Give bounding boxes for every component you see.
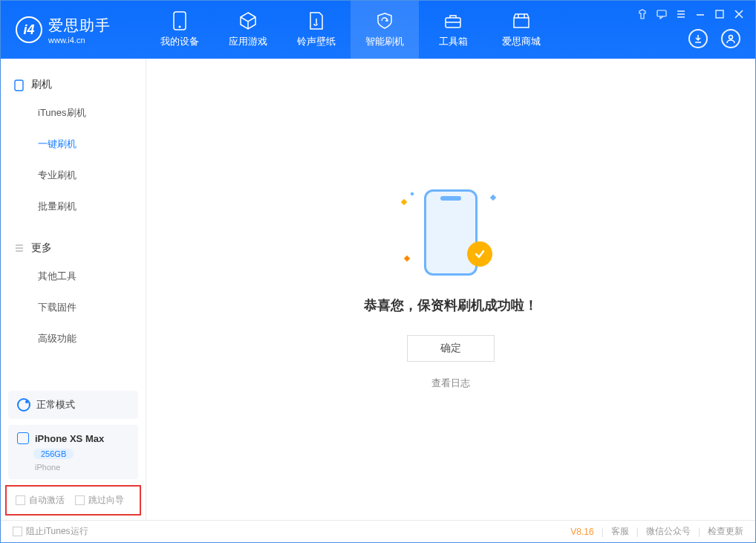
separator: | [636,527,639,537]
checkbox-icon [16,495,25,505]
device-small-icon [17,432,29,444]
device-type: iPhone [35,463,129,472]
phone-icon [14,79,25,91]
maximize-icon[interactable] [714,8,726,20]
footer-link-support[interactable]: 客服 [611,525,629,538]
check-badge-icon [467,241,492,267]
checkbox-label: 阻止iTunes运行 [26,525,88,538]
sidebar-header-flash: 刷机 [1,72,146,97]
sidebar-item-itunes-flash[interactable]: iTunes刷机 [1,97,146,129]
svg-rect-4 [716,10,723,18]
sidebar-section-flash: 刷机 iTunes刷机 一键刷机 专业刷机 批量刷机 [1,59,146,222]
mode-box[interactable]: 正常模式 [8,391,138,419]
device-header: iPhone XS Max [17,432,129,444]
tab-ringtone-wallpaper[interactable]: 铃声壁纸 [282,1,351,59]
sparkle-icon [401,198,407,204]
checkbox-auto-activate[interactable]: 自动激活 [16,494,65,507]
success-illustration [399,189,503,279]
tab-label: 我的设备 [160,35,199,48]
skin-icon[interactable] [636,8,648,20]
logo-area: i4 爱思助手 www.i4.cn [1,16,146,45]
sidebar-item-pro-flash[interactable]: 专业刷机 [1,160,146,191]
app-header: i4 爱思助手 www.i4.cn 我的设备 应用游戏 铃声壁纸 智能刷机 工具… [1,1,755,59]
feedback-icon[interactable] [656,8,668,20]
device-name: iPhone XS Max [35,433,104,444]
ok-button[interactable]: 确定 [407,335,495,362]
mode-icon [17,398,30,412]
sidebar-item-oneclick-flash[interactable]: 一键刷机 [1,129,146,160]
svg-point-5 [729,36,733,39]
cube-icon [238,11,258,30]
logo-icon: i4 [16,16,42,43]
sidebar: 刷机 iTunes刷机 一键刷机 专业刷机 批量刷机 更多 其他工具 下载固件 … [1,59,146,520]
device-capacity: 256GB [33,449,74,459]
sidebar-header-more: 更多 [1,235,146,261]
logo-text: 爱思助手 www.i4.cn [48,16,111,45]
device-box[interactable]: iPhone XS Max 256GB iPhone [8,425,138,479]
tab-label: 应用游戏 [229,35,267,48]
checkbox-label: 自动激活 [29,494,65,507]
svg-rect-3 [657,10,666,16]
footer-link-update[interactable]: 检查更新 [708,525,743,538]
sidebar-section-more: 更多 其他工具 下载固件 高级功能 [1,222,146,354]
success-title: 恭喜您，保资料刷机成功啦！ [364,296,538,314]
tab-label: 智能刷机 [365,35,404,48]
checkbox-icon [75,495,85,505]
refresh-shield-icon [375,11,394,30]
list-icon [14,243,25,254]
tab-label: 爱思商城 [502,35,541,48]
separator: | [602,527,604,537]
tab-label: 工具箱 [439,35,468,48]
tab-toolbox[interactable]: 工具箱 [419,1,487,59]
section-title: 更多 [31,241,52,255]
app-url: www.i4.cn [48,36,111,45]
menu-icon[interactable] [675,8,687,20]
close-icon[interactable] [733,8,745,20]
options-row: 自动激活 跳过向导 [5,485,141,516]
svg-point-1 [179,26,181,28]
footer: 阻止iTunes运行 V8.16 | 客服 | 微信公众号 | 检查更新 [1,520,755,542]
tab-label: 铃声壁纸 [297,35,336,48]
window-controls [636,8,745,20]
tab-my-device[interactable]: 我的设备 [146,1,214,59]
mode-label: 正常模式 [36,398,75,412]
view-log-link[interactable]: 查看日志 [431,377,470,390]
header-action-icons [688,29,740,48]
checkbox-skip-guide[interactable]: 跳过向导 [75,494,124,507]
user-icon[interactable] [721,29,740,48]
version-label: V8.16 [570,527,593,537]
tab-smart-flash[interactable]: 智能刷机 [351,1,419,59]
checkbox-icon [13,527,22,536]
sparkle-icon [490,194,496,200]
checkbox-label: 跳过向导 [88,494,124,507]
sidebar-item-download-firmware[interactable]: 下载固件 [1,292,146,323]
minimize-icon[interactable] [694,8,706,20]
device-icon [170,11,189,30]
checkbox-stop-itunes[interactable]: 阻止iTunes运行 [13,525,88,538]
svg-rect-6 [15,80,23,91]
toolbox-icon [443,11,463,30]
store-icon [512,11,531,30]
sidebar-item-batch-flash[interactable]: 批量刷机 [1,191,146,222]
sidebar-bottom: 正常模式 iPhone XS Max 256GB iPhone 自动激活 跳过向… [1,385,146,520]
nav-tabs: 我的设备 应用游戏 铃声壁纸 智能刷机 工具箱 爱思商城 [146,1,555,59]
sparkle-icon [410,192,414,196]
sparkle-icon [404,255,410,261]
sidebar-item-advanced[interactable]: 高级功能 [1,323,146,354]
footer-link-wechat[interactable]: 微信公众号 [646,525,691,538]
content-area: 刷机 iTunes刷机 一键刷机 专业刷机 批量刷机 更多 其他工具 下载固件 … [1,59,755,520]
download-icon[interactable] [688,29,708,48]
music-file-icon [307,11,326,30]
app-title: 爱思助手 [48,16,111,36]
separator: | [698,527,700,537]
sidebar-item-other-tools[interactable]: 其他工具 [1,261,146,292]
tab-store[interactable]: 爱思商城 [487,1,555,59]
footer-right: V8.16 | 客服 | 微信公众号 | 检查更新 [570,525,743,538]
section-title: 刷机 [31,78,52,91]
main-panel: 恭喜您，保资料刷机成功啦！ 确定 查看日志 [146,59,755,520]
tab-apps-games[interactable]: 应用游戏 [214,1,282,59]
